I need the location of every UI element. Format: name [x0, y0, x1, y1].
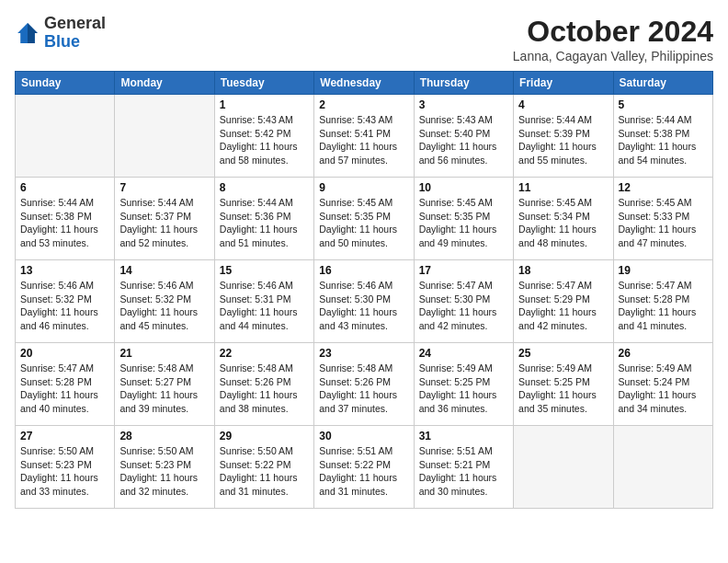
day-number: 3	[419, 98, 508, 111]
day-info: Sunrise: 5:49 AM Sunset: 5:25 PM Dayligh…	[518, 362, 608, 416]
calendar-cell: 3Sunrise: 5:43 AM Sunset: 5:40 PM Daylig…	[414, 95, 513, 178]
day-info: Sunrise: 5:45 AM Sunset: 5:33 PM Dayligh…	[619, 196, 708, 250]
calendar-cell: 29Sunrise: 5:50 AM Sunset: 5:22 PM Dayli…	[214, 426, 313, 509]
calendar-cell: 1Sunrise: 5:43 AM Sunset: 5:42 PM Daylig…	[214, 95, 313, 178]
day-info: Sunrise: 5:46 AM Sunset: 5:32 PM Dayligh…	[119, 279, 209, 333]
day-number: 4	[518, 98, 608, 111]
calendar-cell: 2Sunrise: 5:43 AM Sunset: 5:41 PM Daylig…	[314, 95, 414, 178]
calendar-cell: 25Sunrise: 5:49 AM Sunset: 5:25 PM Dayli…	[514, 343, 613, 426]
location-subtitle: Lanna, Cagayan Valley, Philippines	[513, 49, 713, 63]
calendar-cell: 9Sunrise: 5:45 AM Sunset: 5:35 PM Daylig…	[314, 178, 414, 260]
calendar-cell: 21Sunrise: 5:48 AM Sunset: 5:27 PM Dayli…	[115, 343, 214, 426]
calendar-cell: 12Sunrise: 5:45 AM Sunset: 5:33 PM Dayli…	[613, 178, 712, 260]
day-info: Sunrise: 5:43 AM Sunset: 5:41 PM Dayligh…	[319, 113, 408, 167]
day-number: 9	[319, 181, 408, 194]
calendar-cell: 8Sunrise: 5:44 AM Sunset: 5:36 PM Daylig…	[214, 178, 313, 260]
day-number: 23	[319, 347, 408, 360]
day-number: 14	[119, 264, 209, 277]
calendar-cell: 30Sunrise: 5:51 AM Sunset: 5:22 PM Dayli…	[314, 426, 414, 509]
calendar-cell: 16Sunrise: 5:46 AM Sunset: 5:30 PM Dayli…	[314, 260, 414, 343]
day-info: Sunrise: 5:47 AM Sunset: 5:28 PM Dayligh…	[20, 362, 109, 416]
day-number: 21	[119, 347, 209, 360]
day-info: Sunrise: 5:43 AM Sunset: 5:42 PM Dayligh…	[220, 113, 309, 167]
day-info: Sunrise: 5:48 AM Sunset: 5:26 PM Dayligh…	[319, 362, 408, 416]
day-info: Sunrise: 5:48 AM Sunset: 5:26 PM Dayligh…	[220, 362, 309, 416]
day-info: Sunrise: 5:49 AM Sunset: 5:24 PM Dayligh…	[619, 362, 708, 416]
calendar-cell: 11Sunrise: 5:45 AM Sunset: 5:34 PM Dayli…	[514, 178, 613, 260]
day-info: Sunrise: 5:51 AM Sunset: 5:21 PM Dayligh…	[419, 444, 508, 499]
calendar-cell: 7Sunrise: 5:44 AM Sunset: 5:37 PM Daylig…	[115, 178, 214, 260]
calendar-cell: 24Sunrise: 5:49 AM Sunset: 5:25 PM Dayli…	[414, 343, 513, 426]
day-number: 6	[20, 181, 109, 194]
calendar-cell: 19Sunrise: 5:47 AM Sunset: 5:28 PM Dayli…	[613, 260, 712, 343]
calendar-cell	[514, 426, 613, 509]
logo-general-text: General	[44, 15, 106, 33]
day-number: 24	[419, 347, 508, 360]
week-row-5: 27Sunrise: 5:50 AM Sunset: 5:23 PM Dayli…	[16, 426, 713, 509]
day-info: Sunrise: 5:44 AM Sunset: 5:39 PM Dayligh…	[518, 113, 608, 167]
calendar-cell: 15Sunrise: 5:46 AM Sunset: 5:31 PM Dayli…	[214, 260, 313, 343]
weekday-header-monday: Monday	[115, 72, 214, 95]
day-number: 20	[20, 347, 109, 360]
calendar-cell: 27Sunrise: 5:50 AM Sunset: 5:23 PM Dayli…	[16, 426, 115, 509]
calendar-cell: 10Sunrise: 5:45 AM Sunset: 5:35 PM Dayli…	[414, 178, 513, 260]
day-info: Sunrise: 5:44 AM Sunset: 5:36 PM Dayligh…	[220, 196, 309, 250]
day-info: Sunrise: 5:50 AM Sunset: 5:23 PM Dayligh…	[20, 444, 109, 499]
calendar-table: SundayMondayTuesdayWednesdayThursdayFrid…	[15, 71, 713, 509]
day-number: 12	[619, 181, 708, 194]
day-number: 22	[220, 347, 309, 360]
calendar-cell: 5Sunrise: 5:44 AM Sunset: 5:38 PM Daylig…	[613, 95, 712, 178]
day-info: Sunrise: 5:45 AM Sunset: 5:34 PM Dayligh…	[518, 196, 608, 250]
page-header: General Blue October 2024 Lanna, Cagayan…	[15, 15, 713, 63]
day-number: 2	[319, 98, 408, 111]
day-info: Sunrise: 5:50 AM Sunset: 5:22 PM Dayligh…	[220, 444, 309, 499]
day-number: 30	[319, 430, 408, 442]
day-number: 10	[419, 181, 508, 194]
day-number: 17	[419, 264, 508, 277]
day-number: 26	[619, 347, 708, 360]
day-info: Sunrise: 5:44 AM Sunset: 5:38 PM Dayligh…	[20, 196, 109, 250]
logo-blue-text: Blue	[44, 33, 106, 52]
calendar-cell: 20Sunrise: 5:47 AM Sunset: 5:28 PM Dayli…	[16, 343, 115, 426]
day-info: Sunrise: 5:47 AM Sunset: 5:29 PM Dayligh…	[518, 279, 608, 333]
calendar-cell: 26Sunrise: 5:49 AM Sunset: 5:24 PM Dayli…	[613, 343, 712, 426]
day-number: 18	[518, 264, 608, 277]
calendar-cell: 17Sunrise: 5:47 AM Sunset: 5:30 PM Dayli…	[414, 260, 513, 343]
calendar-cell: 13Sunrise: 5:46 AM Sunset: 5:32 PM Dayli…	[16, 260, 115, 343]
weekday-header-saturday: Saturday	[613, 72, 712, 95]
week-row-4: 20Sunrise: 5:47 AM Sunset: 5:28 PM Dayli…	[16, 343, 713, 426]
weekday-header-row: SundayMondayTuesdayWednesdayThursdayFrid…	[16, 72, 713, 95]
day-info: Sunrise: 5:45 AM Sunset: 5:35 PM Dayligh…	[319, 196, 408, 250]
day-number: 11	[518, 181, 608, 194]
calendar-cell	[16, 95, 115, 178]
day-info: Sunrise: 5:50 AM Sunset: 5:23 PM Dayligh…	[119, 444, 209, 499]
calendar-cell	[613, 426, 712, 509]
day-number: 7	[119, 181, 209, 194]
day-number: 1	[220, 98, 309, 111]
day-info: Sunrise: 5:49 AM Sunset: 5:25 PM Dayligh…	[419, 362, 508, 416]
day-number: 27	[20, 430, 109, 442]
day-number: 25	[518, 347, 608, 360]
day-info: Sunrise: 5:47 AM Sunset: 5:28 PM Dayligh…	[619, 279, 708, 333]
day-info: Sunrise: 5:45 AM Sunset: 5:35 PM Dayligh…	[419, 196, 508, 250]
day-info: Sunrise: 5:48 AM Sunset: 5:27 PM Dayligh…	[119, 362, 209, 416]
logo: General Blue	[15, 15, 106, 52]
weekday-header-sunday: Sunday	[16, 72, 115, 95]
week-row-2: 6Sunrise: 5:44 AM Sunset: 5:38 PM Daylig…	[16, 178, 713, 260]
day-number: 16	[319, 264, 408, 277]
day-info: Sunrise: 5:44 AM Sunset: 5:38 PM Dayligh…	[619, 113, 708, 167]
logo-icon	[15, 20, 40, 46]
day-number: 5	[619, 98, 708, 111]
day-number: 28	[119, 430, 209, 442]
month-title: October 2024	[513, 15, 713, 49]
weekday-header-wednesday: Wednesday	[314, 72, 414, 95]
day-number: 13	[20, 264, 109, 277]
day-info: Sunrise: 5:43 AM Sunset: 5:40 PM Dayligh…	[419, 113, 508, 167]
calendar-cell: 23Sunrise: 5:48 AM Sunset: 5:26 PM Dayli…	[314, 343, 414, 426]
week-row-1: 1Sunrise: 5:43 AM Sunset: 5:42 PM Daylig…	[16, 95, 713, 178]
day-number: 15	[220, 264, 309, 277]
calendar-cell: 4Sunrise: 5:44 AM Sunset: 5:39 PM Daylig…	[514, 95, 613, 178]
title-block: October 2024 Lanna, Cagayan Valley, Phil…	[513, 15, 713, 63]
day-info: Sunrise: 5:51 AM Sunset: 5:22 PM Dayligh…	[319, 444, 408, 499]
day-number: 29	[220, 430, 309, 442]
